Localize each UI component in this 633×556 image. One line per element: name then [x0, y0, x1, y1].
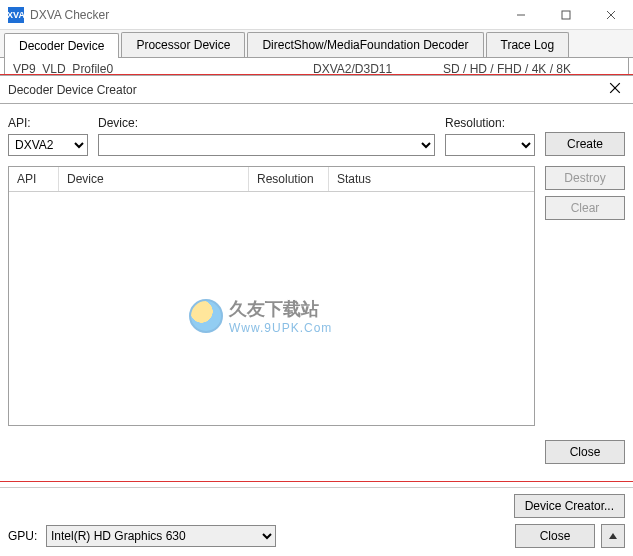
decoder-device-creator-dialog: Decoder Device Creator API: DXVA2 Device…: [0, 75, 633, 474]
watermark-logo-icon: [189, 299, 223, 333]
tab-processor-device[interactable]: Processor Device: [121, 32, 245, 57]
svg-marker-6: [609, 533, 617, 539]
tab-directshow-decoder[interactable]: DirectShow/MediaFoundation Decoder: [247, 32, 483, 57]
watermark-text-2: Www.9UPK.Com: [229, 321, 332, 335]
window-buttons: [498, 0, 633, 30]
create-button[interactable]: Create: [545, 132, 625, 156]
dialog-close-button[interactable]: Close: [545, 440, 625, 464]
bottom-area: Device Creator... GPU: Intel(R) HD Graph…: [0, 487, 633, 556]
device-creator-button[interactable]: Device Creator...: [514, 494, 625, 518]
bottom-row-1: Device Creator...: [8, 494, 625, 518]
dialog-titlebar: Decoder Device Creator: [0, 76, 633, 104]
dialog-body: API: DXVA2 Device: Resolution: Create: [0, 104, 633, 432]
gpu-select[interactable]: Intel(R) HD Graphics 630: [46, 525, 276, 547]
svg-rect-1: [562, 11, 570, 19]
up-arrow-button[interactable]: [601, 524, 625, 548]
destroy-button[interactable]: Destroy: [545, 166, 625, 190]
api-select[interactable]: DXVA2: [8, 134, 88, 156]
tab-trace-log[interactable]: Trace Log: [486, 32, 570, 57]
dialog-close-icon[interactable]: [605, 82, 625, 97]
gpu-label: GPU:: [8, 529, 40, 543]
app-icon: XVA: [8, 7, 24, 23]
dialog-footer: Close: [0, 432, 633, 474]
grid-header-api[interactable]: API: [9, 167, 59, 191]
device-label: Device:: [98, 116, 435, 130]
grid-header: API Device Resolution Status: [9, 167, 534, 192]
grid-header-device[interactable]: Device: [59, 167, 249, 191]
watermark: 久友下载站 Www.9UPK.Com: [189, 297, 332, 335]
watermark-text-1: 久友下载站: [229, 297, 332, 321]
chevron-up-icon: [608, 531, 618, 541]
close-button[interactable]: [588, 0, 633, 30]
resolution-label: Resolution:: [445, 116, 535, 130]
grid-header-resolution[interactable]: Resolution: [249, 167, 329, 191]
device-grid[interactable]: API Device Resolution Status 久友下载站 Www.9…: [8, 166, 535, 426]
window-title: DXVA Checker: [30, 8, 498, 22]
spacer-label: [545, 114, 625, 128]
grid-header-status[interactable]: Status: [329, 167, 534, 191]
main-close-button[interactable]: Close: [515, 524, 595, 548]
separator-line-2: [0, 481, 633, 482]
clear-button[interactable]: Clear: [545, 196, 625, 220]
side-buttons: Destroy Clear: [545, 166, 625, 426]
form-row: API: DXVA2 Device: Resolution: Create: [8, 114, 625, 156]
titlebar: XVA DXVA Checker: [0, 0, 633, 30]
bottom-row-2: GPU: Intel(R) HD Graphics 630 Close: [8, 524, 625, 548]
device-select[interactable]: [98, 134, 435, 156]
maximize-button[interactable]: [543, 0, 588, 30]
tab-decoder-device[interactable]: Decoder Device: [4, 33, 119, 58]
tab-bar: Decoder Device Processor Device DirectSh…: [0, 30, 633, 58]
api-label: API:: [8, 116, 88, 130]
grid-area: API Device Resolution Status 久友下载站 Www.9…: [8, 166, 625, 426]
minimize-button[interactable]: [498, 0, 543, 30]
dialog-title: Decoder Device Creator: [8, 83, 605, 97]
resolution-select[interactable]: [445, 134, 535, 156]
